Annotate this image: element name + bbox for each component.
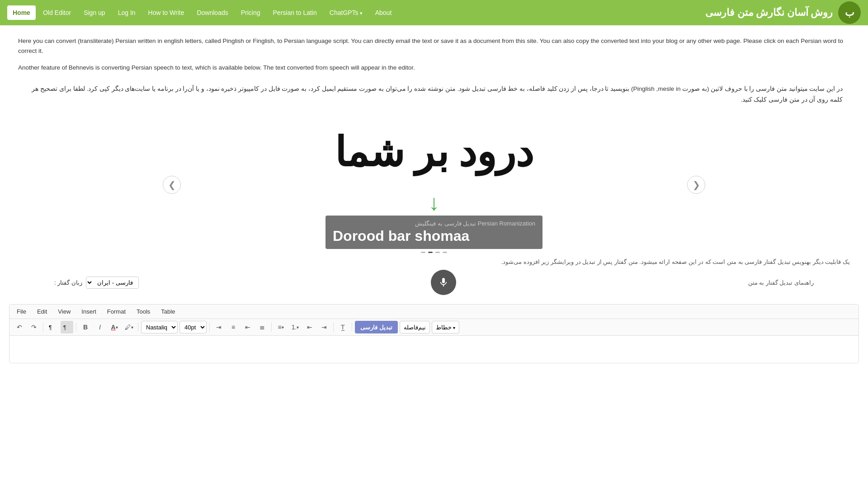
highlight-icon: 🖊 — [125, 324, 131, 331]
language-selector: فارسی - ایران زبان گفتار : — [54, 277, 139, 289]
convert-persian-button[interactable]: تبدیل فارسی — [355, 321, 398, 333]
sep7 — [352, 323, 352, 332]
speech-label: راهنمای تبدیل گفتار به متن — [748, 279, 814, 286]
nav-home[interactable]: Home — [7, 5, 36, 20]
sep2 — [76, 323, 76, 332]
sep5 — [271, 323, 272, 332]
editor-menubar: File Edit View Insert Format Tools Table — [9, 305, 859, 319]
font-select[interactable]: Nastaliq — [141, 321, 178, 333]
menu-view[interactable]: View — [56, 307, 72, 316]
down-arrow-icon: ↓ — [429, 192, 439, 214]
ltr-icon: ¶ — [49, 324, 56, 331]
svg-text:¶: ¶ — [49, 324, 52, 331]
menu-tools[interactable]: Tools — [135, 307, 152, 316]
calligraphy-button[interactable]: خطاط ▾ — [432, 321, 460, 333]
nav-about[interactable]: About — [370, 5, 397, 20]
ltr-button[interactable]: ¶ — [46, 321, 59, 333]
indent-decrease-button[interactable]: ⇤ — [303, 321, 316, 333]
calligraphy-label: خطاط — [436, 324, 452, 331]
unordered-list-button[interactable]: ≡ ▾ — [274, 321, 287, 333]
carousel-dot-0[interactable] — [421, 252, 425, 253]
highlight-dropdown-icon: ▾ — [131, 325, 133, 330]
carousel-dot-2[interactable] — [435, 252, 440, 253]
editor-body[interactable] — [9, 336, 859, 363]
redo-button[interactable]: ↷ — [28, 321, 40, 333]
mic-icon — [438, 277, 449, 288]
language-select[interactable]: فارسی - ایران — [86, 277, 139, 289]
clear-format-button[interactable]: T̲ — [336, 321, 349, 333]
sep1 — [43, 323, 43, 332]
bold-button[interactable]: B — [79, 321, 92, 333]
indent-increase-button[interactable]: ⇥ — [318, 321, 330, 333]
menu-file[interactable]: File — [15, 307, 28, 316]
align-center-button[interactable]: ≡ — [227, 321, 240, 333]
font-color-dropdown-icon: ▾ — [116, 325, 118, 330]
menu-format[interactable]: Format — [105, 307, 127, 316]
navbar: Home Old Editor Sign up Log In How to Wr… — [0, 0, 868, 25]
rtl-icon: ¶ — [63, 324, 71, 331]
description-para1: Here you can convert (transliterate) Per… — [18, 36, 850, 56]
brand-logo: ب — [838, 1, 861, 24]
nav-old-editor[interactable]: Old Editor — [38, 5, 76, 20]
nav-downloads[interactable]: Downloads — [191, 5, 233, 20]
nav-how-to-write[interactable]: How to Write — [143, 5, 190, 20]
nav-chatgpts[interactable]: ChatGPTs — [324, 5, 368, 20]
nav-login[interactable]: Log In — [113, 5, 141, 20]
sep3 — [138, 323, 138, 332]
nav-right: روش آسان نگارش متن فارسی ب — [705, 1, 861, 24]
font-color-icon: A — [111, 324, 115, 331]
nav-persian-to-latin[interactable]: Persian to Latin — [268, 5, 322, 20]
svg-text:¶: ¶ — [63, 324, 66, 331]
calligraphy-text: درود بر شما — [335, 116, 533, 188]
description-persian: در این سایت میتوانید متن فارسی را با حرو… — [18, 80, 850, 109]
carousel: ❮ درود بر شما ↓ Persian Romanization تبد… — [0, 116, 868, 253]
spacing-button[interactable]: نیم‌فاصله — [400, 321, 430, 333]
brand-text: روش آسان نگارش متن فارسی — [705, 7, 833, 19]
speech-section: یک قابلیت دیگر بهنویس تبدیل گفتار فارسی … — [18, 258, 850, 299]
undo-button[interactable]: ↶ — [13, 321, 26, 333]
romanization-text: Dorood bar shomaa — [333, 228, 535, 244]
sep6 — [333, 323, 334, 332]
editor-toolbar: ↶ ↷ ¶ ¶ B I A ▾ 🖊 ▾ Nastaliq 40pt ⇥ ≡ — [9, 319, 859, 336]
lang-label: زبان گفتار : — [54, 279, 82, 286]
romanization-box: Persian Romanization تبدیل فارسی به فینگ… — [326, 216, 542, 249]
carousel-dot-1[interactable] — [428, 252, 433, 253]
font-color-button[interactable]: A ▾ — [108, 321, 121, 333]
italic-button[interactable]: I — [94, 321, 106, 333]
align-justify-button[interactable]: ≣ — [256, 321, 269, 333]
align-right-button[interactable]: ⇥ — [212, 321, 225, 333]
nav-signup[interactable]: Sign up — [78, 5, 110, 20]
carousel-dot-3[interactable] — [443, 252, 447, 253]
carousel-next-button[interactable]: ❯ — [687, 176, 705, 194]
menu-table[interactable]: Table — [159, 307, 177, 316]
speech-controls: فارسی - ایران زبان گفتار : راهنمای تبدیل… — [18, 270, 850, 295]
nav-pricing[interactable]: Pricing — [236, 5, 266, 20]
speech-description: یک قابلیت دیگر بهنویس تبدیل گفتار فارسی … — [18, 258, 850, 265]
menu-insert[interactable]: Insert — [80, 307, 98, 316]
sep4 — [209, 323, 210, 332]
carousel-prev-button[interactable]: ❮ — [163, 176, 181, 194]
main-content: Here you can convert (transliterate) Per… — [0, 25, 868, 109]
rtl-button[interactable]: ¶ — [61, 321, 73, 333]
editor-section: File Edit View Insert Format Tools Table… — [9, 304, 859, 363]
carousel-center: درود بر شما ↓ Persian Romanization تبدیل… — [316, 116, 552, 253]
description-para2: Another feature of Behnevis is convertin… — [18, 63, 850, 73]
menu-edit[interactable]: Edit — [35, 307, 49, 316]
romanization-label: Persian Romanization تبدیل فارسی به فینگ… — [333, 220, 535, 227]
align-left-button[interactable]: ⇤ — [241, 321, 254, 333]
mic-button[interactable] — [431, 270, 456, 295]
calligraphy-dropdown-icon: ▾ — [453, 325, 455, 330]
nav-left: Home Old Editor Sign up Log In How to Wr… — [7, 5, 397, 20]
carousel-dots — [421, 252, 447, 253]
highlight-button[interactable]: 🖊 ▾ — [123, 321, 135, 333]
ordered-list-button[interactable]: 1. ▾ — [289, 321, 302, 333]
size-select[interactable]: 40pt — [179, 321, 207, 333]
